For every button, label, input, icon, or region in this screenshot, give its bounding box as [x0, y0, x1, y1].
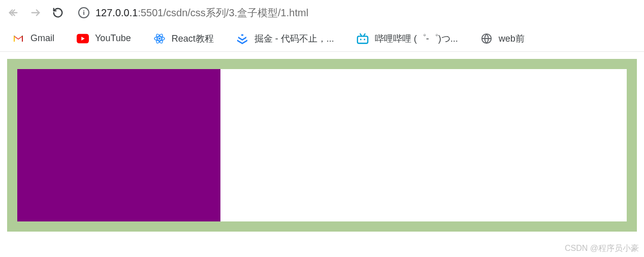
gmail-icon	[12, 33, 24, 45]
bookmark-label: React教程	[172, 33, 214, 45]
youtube-icon	[77, 33, 89, 45]
url-text: 127.0.0.1:5501/csdn/css系列/3.盒子模型/1.html	[95, 6, 308, 20]
globe-icon	[480, 33, 493, 45]
page-content	[0, 52, 644, 239]
forward-button[interactable]	[28, 6, 43, 20]
outer-box	[7, 59, 637, 232]
purple-box	[17, 69, 220, 221]
svg-point-15	[360, 39, 362, 40]
bookmark-react[interactable]: React教程	[153, 33, 214, 45]
bookmark-bilibili[interactable]: 哔哩哔哩 (゜-゜)つ...	[357, 33, 458, 45]
site-info-icon[interactable]: i	[78, 7, 89, 18]
reload-button[interactable]	[51, 6, 65, 20]
juejin-icon	[236, 33, 248, 45]
svg-rect-12	[358, 36, 368, 43]
svg-point-16	[364, 39, 365, 40]
svg-marker-10	[238, 37, 246, 41]
bookmark-label: 哔哩哔哩 (゜-゜)つ...	[375, 33, 458, 45]
bookmark-youtube[interactable]: YouTube	[77, 33, 131, 45]
svg-point-5	[158, 38, 160, 40]
bookmark-gmail[interactable]: Gmail	[12, 33, 54, 45]
bookmark-label: web前	[499, 33, 525, 45]
svg-marker-9	[241, 34, 244, 36]
bookmark-webfront[interactable]: web前	[480, 33, 525, 45]
bilibili-icon	[357, 33, 369, 45]
watermark: CSDN @程序员小豪	[565, 243, 639, 254]
bookmarks-bar: Gmail YouTube React教程 掘金 - 代码不止，... 哔哩哔哩…	[0, 25, 644, 52]
bookmark-label: YouTube	[95, 33, 131, 44]
browser-toolbar: i 127.0.0.1:5501/csdn/css系列/3.盒子模型/1.htm…	[0, 0, 644, 25]
react-icon	[153, 33, 166, 45]
address-bar[interactable]: i 127.0.0.1:5501/csdn/css系列/3.盒子模型/1.htm…	[73, 4, 638, 22]
bookmark-juejin[interactable]: 掘金 - 代码不止，...	[236, 33, 334, 45]
bookmark-label: Gmail	[30, 33, 54, 44]
bookmark-label: 掘金 - 代码不止，...	[254, 33, 334, 45]
back-button[interactable]	[6, 6, 20, 20]
inner-white-box	[17, 69, 627, 221]
